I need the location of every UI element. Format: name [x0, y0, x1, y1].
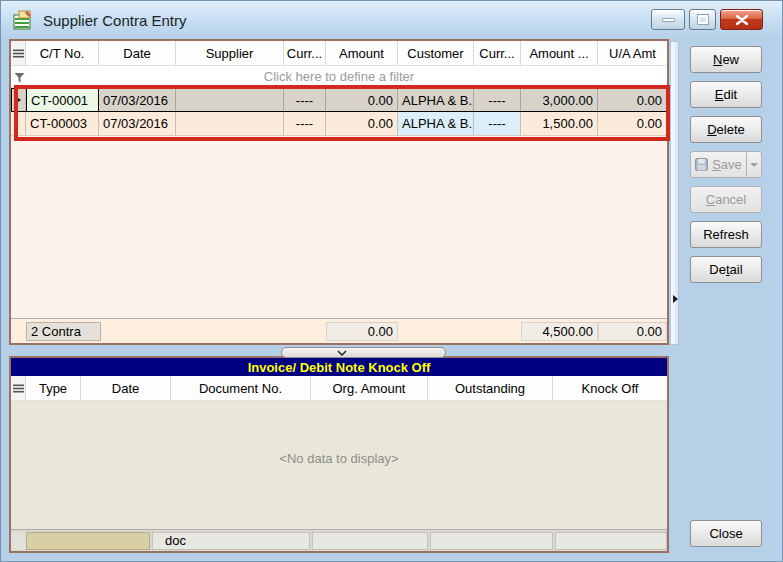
new-button[interactable]: New: [690, 46, 762, 73]
minimize-button[interactable]: [651, 9, 685, 30]
contra-entries-grid: C/T No. Date Supplier Curr... Amount Cus…: [9, 39, 669, 345]
maximize-button[interactable]: [689, 9, 716, 30]
filter-row[interactable]: Click here to define a filter: [11, 66, 667, 88]
cell-ua-amt[interactable]: 0.00: [598, 88, 667, 112]
cell-curr-1[interactable]: ----: [284, 88, 326, 112]
cell-date[interactable]: 07/03/2016: [99, 88, 176, 112]
grid-splitter-handle[interactable]: [281, 347, 446, 358]
window-controls: [651, 9, 763, 30]
column-header-amount-2[interactable]: Amount ...: [521, 41, 598, 65]
cell-ct-no[interactable]: CT-00001: [26, 88, 99, 112]
filter-prompt[interactable]: Click here to define a filter: [11, 69, 667, 84]
footer-doc-cell: doc: [152, 532, 310, 550]
column-header-date[interactable]: Date: [81, 376, 171, 400]
cell-date[interactable]: 07/03/2016: [99, 112, 176, 135]
chevron-down-icon: [750, 163, 758, 167]
grid-menu-icon[interactable]: [11, 376, 26, 400]
close-icon: [736, 15, 748, 25]
cell-customer[interactable]: ALPHA & B...: [398, 88, 474, 112]
grid-empty-area: [11, 136, 667, 318]
cell-amount[interactable]: 0.00: [326, 88, 398, 112]
refresh-button[interactable]: Refresh: [690, 221, 762, 248]
minimize-icon: [662, 18, 675, 22]
footer-cell: [555, 532, 667, 550]
column-header-type[interactable]: Type: [26, 376, 81, 400]
column-header-ct-no[interactable]: C/T No.: [26, 41, 99, 65]
grid-menu-icon[interactable]: [11, 41, 26, 65]
cell-curr-2[interactable]: ----: [474, 88, 521, 112]
column-header-customer[interactable]: Customer: [398, 41, 474, 65]
close-window-button[interactable]: [720, 9, 763, 30]
column-header-amount[interactable]: Amount: [326, 41, 398, 65]
edit-button[interactable]: Edit: [690, 81, 762, 108]
footer-cell: [312, 532, 428, 550]
footer-corner-cell: [11, 532, 26, 550]
delete-button[interactable]: Delete: [690, 116, 762, 143]
column-header-document-no[interactable]: Document No.: [171, 376, 311, 400]
cell-curr-1[interactable]: ----: [284, 112, 326, 135]
column-header-org-amount[interactable]: Org. Amount: [311, 376, 428, 400]
chevron-right-icon: [673, 295, 678, 303]
cell-ua-amt[interactable]: 0.00: [598, 112, 667, 135]
cell-curr-2[interactable]: ----: [474, 112, 521, 135]
column-header-ua-amt[interactable]: U/A Amt: [598, 41, 667, 65]
cell-supplier[interactable]: [176, 88, 284, 112]
detail-button[interactable]: Detail: [690, 256, 762, 283]
cell-customer[interactable]: ALPHA & B...: [398, 112, 474, 135]
column-header-curr-1[interactable]: Curr...: [284, 41, 326, 65]
footer-cell: [430, 532, 553, 550]
app-icon: [12, 10, 36, 30]
knockoff-title-bar: Invoice/ Debit Note Knock Off: [11, 358, 667, 376]
column-header-curr-2[interactable]: Curr...: [474, 41, 521, 65]
titlebar: Supplier Contra Entry: [1, 1, 783, 39]
cell-amount[interactable]: 0.00: [326, 112, 398, 135]
save-floppy-icon: [695, 158, 708, 171]
cell-supplier[interactable]: [176, 112, 284, 135]
amount-total: 0.00: [326, 322, 398, 341]
column-header-supplier[interactable]: Supplier: [176, 41, 284, 65]
column-header-date[interactable]: Date: [99, 41, 176, 65]
cell-amount-2[interactable]: 1,500.00: [521, 112, 598, 135]
close-button[interactable]: Close: [690, 520, 762, 547]
side-panel-splitter[interactable]: [670, 41, 679, 345]
save-button[interactable]: Save: [690, 151, 762, 178]
cancel-button[interactable]: Cancel: [690, 186, 762, 213]
supplier-contra-entry-window: Supplier Contra Entry C/T No. Date Suppl…: [0, 0, 783, 562]
cell-ct-no[interactable]: CT-00003: [26, 112, 99, 135]
cell-amount-2[interactable]: 3,000.00: [521, 88, 598, 112]
row-arrow-icon: [15, 96, 21, 104]
contra-grid-header-row: C/T No. Date Supplier Curr... Amount Cus…: [11, 41, 667, 66]
row-indicator: [11, 88, 26, 112]
knockoff-footer: doc: [11, 529, 667, 551]
row-indicator: [11, 112, 26, 135]
maximize-icon: [698, 15, 708, 24]
filter-funnel-icon: [14, 71, 25, 86]
knockoff-grid: Invoice/ Debit Note Knock Off Type Date …: [9, 356, 669, 553]
window-title: Supplier Contra Entry: [43, 12, 186, 29]
column-header-outstanding[interactable]: Outstanding: [428, 376, 553, 400]
save-dropdown-arrow[interactable]: [746, 152, 761, 177]
footer-khaki-cell: [26, 532, 150, 550]
record-count-badge: 2 Contra: [26, 322, 101, 341]
amount2-total: 4,500.00: [521, 322, 598, 341]
table-row-ct-00003[interactable]: CT-00003 07/03/2016 ---- 0.00 ALPHA & B.…: [11, 112, 667, 136]
knockoff-header-row: Type Date Document No. Org. Amount Outst…: [11, 376, 667, 401]
contra-grid-footer: 2 Contra 0.00 4,500.00 0.00: [11, 318, 667, 343]
chevron-down-icon: [337, 350, 347, 356]
knockoff-empty-message: <No data to display>: [11, 401, 667, 529]
ua-amt-total: 0.00: [598, 322, 667, 341]
column-header-knock-off[interactable]: Knock Off: [553, 376, 667, 400]
table-row-ct-00001[interactable]: CT-00001 07/03/2016 ---- 0.00 ALPHA & B.…: [11, 88, 667, 112]
